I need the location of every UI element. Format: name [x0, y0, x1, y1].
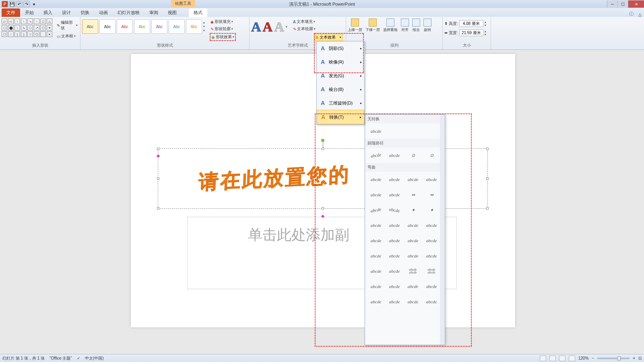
view-sorter-icon[interactable] — [549, 356, 556, 361]
view-reading-icon[interactable] — [559, 356, 566, 361]
warp-27[interactable]: abcdeabcde — [405, 266, 421, 276]
shape-fill-button[interactable]: ◆形状填充▾ — [210, 19, 236, 25]
shape-outline-button[interactable]: ✎形状轮廓▾ — [210, 26, 236, 32]
width-stepper-icon[interactable]: ▴▾ — [485, 30, 486, 36]
warp-6[interactable]: abcde — [387, 189, 402, 200]
warp-2[interactable]: abcde — [387, 174, 402, 185]
warp-17[interactable]: abcde — [368, 235, 384, 246]
transform-path-4[interactable]: ⊙ — [424, 150, 439, 160]
help-icon[interactable]: ⓘ — [627, 11, 636, 17]
transform-none[interactable]: abcde — [368, 126, 384, 136]
warp-23[interactable]: abcde — [405, 251, 421, 261]
zoom-slider[interactable] — [597, 358, 630, 359]
fx-shadow[interactable]: A阴影(S)▸ — [317, 41, 364, 55]
gallery-more-icon[interactable]: ▴▾▾ — [203, 19, 208, 32]
warp-31[interactable]: abcde — [405, 281, 422, 292]
transform-path-3[interactable]: ⊙ — [405, 150, 421, 160]
selection-pane-button[interactable]: 选择窗格 — [383, 18, 398, 33]
tab-design[interactable]: 设计 — [57, 8, 76, 17]
wordart-gallery[interactable]: A A A ▾ — [251, 18, 291, 35]
zoom-level[interactable]: 120% — [578, 356, 589, 360]
style-swatch-2[interactable]: Abc — [99, 19, 116, 34]
tab-view[interactable]: 视图 — [163, 8, 182, 17]
height-stepper-icon[interactable]: ▴▾ — [485, 21, 486, 27]
warp-13[interactable]: abcde — [368, 220, 384, 230]
warp-30[interactable]: abcde — [387, 281, 402, 292]
undo-icon[interactable]: ↶ — [16, 1, 23, 7]
tab-format[interactable]: 格式 — [189, 8, 207, 17]
bring-forward-button[interactable]: 上移一层 — [348, 18, 362, 33]
group-button[interactable]: 组合 — [412, 18, 420, 33]
fx-3d-rotation[interactable]: A三维旋转(D)▸ — [317, 96, 364, 110]
ribbon-minimize-icon[interactable]: △ — [636, 12, 644, 17]
style-swatch-5[interactable]: Abc — [151, 19, 167, 34]
warp-24[interactable]: abcde — [424, 251, 439, 261]
shape-effects-button[interactable]: ◉形状效果▾ — [210, 33, 236, 41]
warp-36[interactable]: abcde — [424, 296, 439, 307]
warp-8[interactable]: ⇔ — [424, 189, 439, 200]
text-fill-button[interactable]: A文本填充▾ — [292, 19, 316, 25]
fx-transform[interactable]: A转换(T)▸ — [317, 110, 364, 124]
warp-25[interactable]: abcde — [368, 266, 384, 276]
title-text[interactable]: 请在此放置您的 — [198, 161, 351, 196]
spellcheck-icon[interactable]: ✓ — [77, 356, 80, 360]
qat-dropdown-icon[interactable]: ▾ — [31, 1, 37, 7]
warp-33[interactable]: abcde — [368, 296, 384, 307]
shape-styles-gallery[interactable]: Abc Abc Abc Abc Abc Abc Abc ▴▾▾ — [82, 18, 208, 34]
warp-18[interactable]: abcde — [387, 235, 402, 246]
adjust-handle-1[interactable] — [157, 154, 160, 158]
shapes-gallery[interactable]: ▭▭\\↘○◻△ ⬡⬤\↳⬡↗⬠▾ ⬡⟋{}☆⬠▾ — [2, 18, 54, 37]
edit-shape-button[interactable]: ✎编辑形状▾ — [56, 19, 78, 31]
tab-animations[interactable]: 动画 — [94, 8, 113, 17]
redo-icon[interactable]: ↷ — [23, 1, 30, 7]
warp-21[interactable]: abcde — [368, 251, 384, 261]
warp-28[interactable]: abcdeabcde — [424, 266, 439, 276]
warp-22[interactable]: abcde — [387, 251, 402, 261]
warp-5[interactable]: abcde — [368, 189, 384, 200]
style-swatch-1[interactable]: Abc — [82, 19, 98, 34]
rotate-button[interactable]: 旋转 — [423, 18, 431, 33]
warp-35[interactable]: abcde — [405, 296, 421, 307]
style-swatch-7[interactable]: Abc — [186, 19, 202, 34]
warp-11[interactable]: ✦ — [405, 205, 421, 215]
tab-insert[interactable]: 插入 — [39, 8, 57, 17]
style-swatch-4[interactable]: Abc — [134, 19, 150, 34]
text-box-button[interactable]: ▭文本框▾ — [56, 33, 78, 39]
view-slideshow-icon[interactable] — [569, 356, 575, 361]
maximize-button[interactable]: ☐ — [617, 0, 628, 8]
warp-3[interactable]: abcde — [405, 174, 421, 185]
warp-10[interactable]: abcde — [387, 204, 402, 217]
tab-slideshow[interactable]: 幻灯片放映 — [113, 8, 144, 17]
warp-19[interactable]: abcde — [405, 235, 421, 246]
view-normal-icon[interactable] — [540, 356, 546, 361]
app-icon[interactable]: P — [2, 1, 8, 7]
warp-12[interactable]: ✦ — [424, 205, 439, 215]
style-swatch-3[interactable]: Abc — [117, 19, 133, 34]
height-input[interactable] — [459, 20, 483, 27]
close-button[interactable]: ✕ — [628, 0, 644, 8]
fx-bevel[interactable]: A棱台(B)▸ — [317, 82, 364, 96]
zoom-in-icon[interactable]: + — [633, 356, 635, 360]
warp-14[interactable]: abcde — [387, 220, 402, 230]
text-outline-button[interactable]: ✎文本轮廓▾ — [292, 26, 316, 32]
gallery-scrollbar[interactable] — [440, 115, 445, 345]
tab-transitions[interactable]: 切换 — [76, 8, 94, 17]
minimize-button[interactable]: ─ — [607, 0, 617, 8]
width-input[interactable] — [459, 29, 483, 36]
fit-window-icon[interactable]: ⊡ — [638, 356, 642, 360]
tab-file[interactable]: 文件 — [2, 8, 20, 17]
warp-7[interactable]: ⇔ — [405, 189, 421, 200]
send-backward-button[interactable]: 下移一层 — [365, 18, 380, 33]
warp-1[interactable]: abcde — [368, 174, 384, 185]
text-effects-button[interactable]: A 文本效果 ▾ — [314, 34, 343, 41]
warp-32[interactable]: abcde — [423, 281, 440, 292]
fx-glow[interactable]: A发光(G)▸ — [317, 69, 364, 82]
warp-20[interactable]: abcde — [424, 235, 439, 246]
wordart-more-icon[interactable]: ▾ — [286, 25, 291, 29]
fx-reflection[interactable]: A映像(R)▸ — [317, 55, 364, 69]
tab-review[interactable]: 审阅 — [144, 8, 163, 17]
warp-9[interactable]: abcde — [368, 204, 384, 217]
warp-34[interactable]: abcde — [387, 296, 402, 307]
warp-4[interactable]: abcde — [424, 174, 439, 185]
warp-26[interactable]: abcde — [387, 266, 402, 276]
